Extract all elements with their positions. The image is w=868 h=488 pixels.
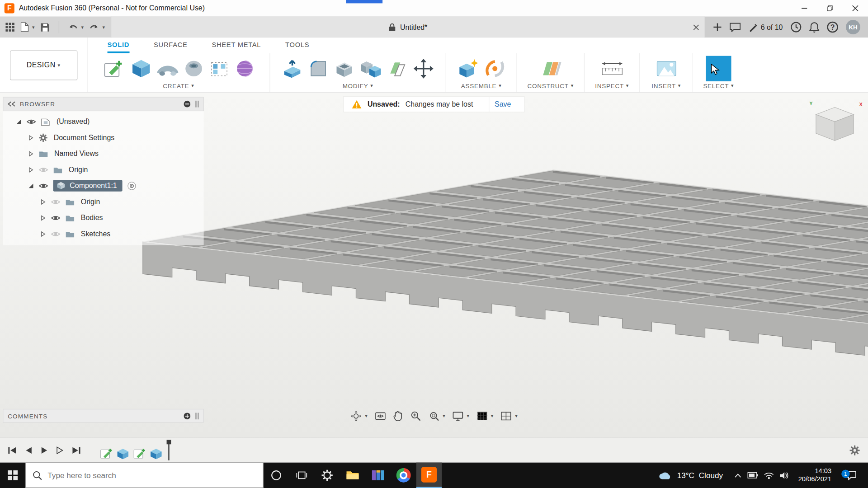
timeline-sketch-feature-icon[interactable] <box>133 447 146 460</box>
add-comment-icon[interactable] <box>183 412 191 420</box>
panel-grip-handle[interactable] <box>195 101 198 108</box>
skip-to-end-icon[interactable] <box>72 446 81 454</box>
new-tab-plus-icon[interactable] <box>713 23 722 32</box>
model-canvas[interactable]: Unsaved: Changes may be lost Save Y X BR… <box>0 93 868 437</box>
browser-item-origin[interactable]: Origin <box>3 162 203 178</box>
grid-snap-tool[interactable]: ▾ <box>476 410 495 422</box>
inspect-group-dropdown[interactable]: INSPECT ▾ <box>595 82 629 90</box>
visibility-eye-off-icon[interactable] <box>51 198 61 205</box>
modify-group-dropdown[interactable]: MODIFY ▾ <box>343 82 373 90</box>
measure-icon[interactable] <box>600 59 623 78</box>
pan-tool[interactable] <box>392 409 404 422</box>
winrar-button[interactable] <box>365 463 391 488</box>
file-menu-button[interactable]: ▾ <box>20 22 34 32</box>
collapsed-arrow-icon[interactable] <box>40 199 46 204</box>
view-cube[interactable]: Y X <box>808 104 862 145</box>
skip-to-start-icon[interactable] <box>8 446 17 454</box>
step-back-icon[interactable] <box>25 446 32 454</box>
expand-arrow-icon[interactable] <box>16 119 22 124</box>
step-forward-icon[interactable] <box>57 446 63 454</box>
combine-icon[interactable] <box>360 59 382 78</box>
joint-icon[interactable] <box>484 58 505 79</box>
create-group-dropdown[interactable]: CREATE ▾ <box>163 82 194 90</box>
move-icon[interactable] <box>412 57 434 80</box>
start-button[interactable] <box>0 463 25 488</box>
timeline-sketch-feature-icon[interactable] <box>99 447 113 460</box>
remove-panel-icon[interactable] <box>183 100 191 108</box>
activate-component-radio[interactable] <box>127 181 137 190</box>
chrome-button[interactable] <box>391 463 416 488</box>
browser-item-component1[interactable]: Component1:1 <box>3 178 203 194</box>
undo-button[interactable]: ▾ <box>68 23 84 31</box>
weather-widget[interactable]: 13°C Cloudy <box>653 470 729 480</box>
action-center-button[interactable]: 1 <box>840 470 863 480</box>
view-cube-icon[interactable] <box>808 104 862 145</box>
collapsed-arrow-icon[interactable] <box>28 135 33 140</box>
tab-tools[interactable]: TOOLS <box>285 41 309 53</box>
viewports-tool[interactable]: ▾ <box>500 410 519 422</box>
cortana-button[interactable] <box>264 463 289 488</box>
construct-group-dropdown[interactable]: CONSTRUCT ▾ <box>528 82 574 90</box>
settings-app-button[interactable] <box>315 463 340 488</box>
select-group-dropdown[interactable]: SELECT ▾ <box>703 82 734 90</box>
collapsed-arrow-icon[interactable] <box>40 231 46 236</box>
save-icon[interactable] <box>40 23 50 32</box>
browser-item-unsaved[interactable]: (Unsaved) <box>3 113 203 130</box>
taskbar-search[interactable] <box>25 463 264 488</box>
timeline-extrude-feature-icon[interactable] <box>116 447 129 460</box>
expand-arrow-icon[interactable] <box>28 183 33 188</box>
timeline-extrude-feature-icon[interactable] <box>150 447 163 460</box>
search-input[interactable] <box>47 471 256 480</box>
orbit-tool[interactable]: ▾ <box>349 409 368 422</box>
fusion-360-taskbar-button[interactable]: F <box>416 463 442 488</box>
browser-item-component-origin[interactable]: Origin <box>3 194 203 210</box>
insert-group-dropdown[interactable]: INSERT ▾ <box>651 82 681 90</box>
volume-icon[interactable] <box>779 471 789 479</box>
offset-face-icon[interactable] <box>387 59 406 78</box>
tab-solid[interactable]: SOLID <box>108 41 130 53</box>
avatar[interactable]: KH <box>846 20 860 34</box>
restore-button[interactable] <box>817 0 842 16</box>
notification-bell-icon[interactable] <box>809 22 819 33</box>
collapsed-arrow-icon[interactable] <box>28 167 33 172</box>
file-explorer-button[interactable] <box>340 463 365 488</box>
box-icon[interactable] <box>130 58 151 79</box>
redo-button[interactable]: ▾ <box>89 23 105 31</box>
visibility-eye-off-icon[interactable] <box>39 166 48 173</box>
document-tab-close-button[interactable] <box>693 17 699 38</box>
create-sketch-icon[interactable] <box>103 57 125 80</box>
tab-sheet-metal[interactable]: SHEET METAL <box>212 41 261 53</box>
insert-image-icon[interactable] <box>655 59 677 78</box>
job-status-button[interactable]: 6 of 10 <box>749 23 783 32</box>
tab-surface[interactable]: SURFACE <box>154 41 188 53</box>
new-component-icon[interactable] <box>458 58 479 79</box>
app-grid-icon[interactable] <box>5 23 15 32</box>
construction-plane-icon[interactable] <box>539 57 561 80</box>
pipe-icon[interactable] <box>157 59 178 78</box>
design-workspace-selector[interactable]: DESIGN ▾ <box>9 50 77 80</box>
clock-icon[interactable] <box>791 22 802 33</box>
collapsed-arrow-icon[interactable] <box>40 215 46 221</box>
comment-icon[interactable] <box>730 23 741 32</box>
tray-expand-chevron-icon[interactable] <box>734 473 742 478</box>
close-button[interactable] <box>843 0 868 16</box>
visibility-eye-icon[interactable] <box>51 214 61 221</box>
timeline-position-marker[interactable] <box>168 440 169 460</box>
press-pull-icon[interactable] <box>282 58 303 79</box>
document-tab[interactable]: Untitled* <box>110 17 705 38</box>
play-icon[interactable] <box>41 446 48 454</box>
network-icon[interactable] <box>764 471 774 479</box>
assemble-group-dropdown[interactable]: ASSEMBLE ▾ <box>461 82 502 90</box>
fit-tool[interactable]: ▾ <box>427 409 446 422</box>
fillet-icon[interactable] <box>308 58 328 78</box>
minimize-button[interactable] <box>792 0 817 16</box>
save-link[interactable]: Save <box>489 97 517 112</box>
collapse-panel-icon[interactable] <box>8 101 15 107</box>
look-at-tool[interactable] <box>373 410 387 422</box>
collapsed-arrow-icon[interactable] <box>28 151 33 156</box>
zoom-tool[interactable] <box>409 409 422 422</box>
comments-panel[interactable]: COMMENTS <box>3 409 203 423</box>
battery-icon[interactable] <box>747 472 758 479</box>
browser-item-document-settings[interactable]: Document Settings <box>3 130 203 146</box>
clock-widget[interactable]: 14:03 20/06/2021 <box>795 467 835 483</box>
